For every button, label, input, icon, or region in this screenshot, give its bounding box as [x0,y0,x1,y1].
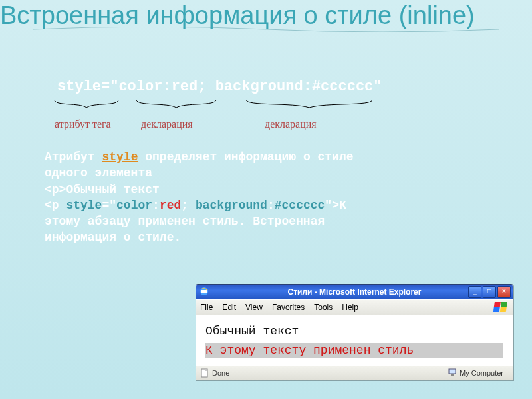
menu-favorites[interactable]: Favorites [272,303,305,312]
line-4: <p style="color:red; background:#cccccc"… [45,198,457,213]
explanation-code-block: Атрибут style определяет информацию о ст… [45,149,457,246]
windows-logo-icon [493,301,510,313]
maximize-button[interactable]: □ [483,286,496,298]
browser-window-ie: Стили - Microsoft Internet Explorer _ □ … [196,284,513,380]
svg-rect-2 [501,302,507,307]
status-done-text: Done [212,369,229,377]
tok-color-key: color [116,199,152,212]
menu-file[interactable]: File [200,303,213,312]
code-style-attribute-line: style="color:red; background:#cccccc" [57,78,382,95]
label-declaration-2: декларация [265,118,317,130]
minimize-button[interactable]: _ [468,286,481,298]
ie-logo-icon [199,286,209,297]
curly-brace-annotations [47,98,419,116]
tok-red-value: red [160,199,181,212]
line-2: одного элемента [45,165,457,181]
ie-status-bar: Done My Computer [196,366,513,380]
ie-page-content: Обычный текст К этому тексту применен ст… [196,315,513,366]
window-controls: _ □ × [468,286,511,298]
svg-rect-1 [494,302,501,307]
line-1: Атрибут style определяет информацию о ст… [45,149,457,165]
svg-rect-3 [493,307,500,312]
line-3: <p>Обычный текст [45,182,457,198]
ie-window-title: Стили - Microsoft Internet Explorer [288,287,422,297]
line-5: этому абзацу применен стиль. Встроенная [45,213,457,229]
ie-menu-bar: File Edit View Favorites Tools Help [196,299,513,315]
label-attribute: атрибут тега [55,118,111,130]
close-button[interactable]: × [497,286,511,298]
svg-rect-4 [500,307,507,312]
rendered-p-plain: Обычный текст [205,325,503,338]
slide: Встроенная информация о стиле (inline) s… [0,0,532,399]
tok-background-key: background [196,199,267,212]
menu-view[interactable]: View [245,303,263,312]
rendered-p-styled: К этому тексту применен стиль [205,343,503,358]
slide-title: Встроенная информация о стиле (inline) [0,3,475,29]
svg-rect-7 [451,374,454,376]
ie-title-bar: Стили - Microsoft Internet Explorer _ □ … [196,285,513,299]
tok-decl-1: color:red; [118,78,206,95]
zone-label: My Computer [460,369,503,377]
tok-bg-value: #cccccc [275,199,325,212]
tok-style-underline: style [102,150,138,164]
menu-help[interactable]: Help [342,303,358,312]
tok-decl-2: background:#cccccc [215,78,374,95]
computer-icon [448,368,457,378]
status-zone: My Computer [442,366,509,380]
svg-rect-6 [449,369,456,374]
tok-style: style [57,78,101,95]
label-declaration-1: декларация [141,118,193,130]
menu-tools[interactable]: Tools [314,303,332,312]
page-icon [200,368,209,378]
tok-style-attr: style [66,199,102,212]
menu-edit[interactable]: Edit [222,303,236,312]
line-6: информация о стиле. [45,229,457,245]
